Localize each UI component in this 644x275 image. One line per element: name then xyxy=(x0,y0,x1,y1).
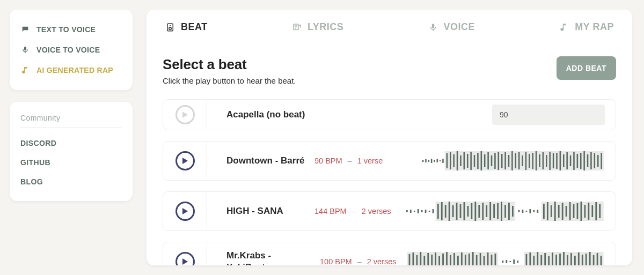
mode-label: TEXT TO VOICE xyxy=(36,25,96,34)
waveform xyxy=(406,199,605,223)
beat-bpm: 100 BPM xyxy=(320,257,352,265)
dash: – xyxy=(348,157,352,165)
beat-name: Downtown - Barré xyxy=(207,142,314,180)
beat-row-downtown[interactable]: Downtown - Barré 90 BPM – 1 verse xyxy=(163,141,616,181)
main: BEAT LYRICS VOICE MY RAP xyxy=(142,0,644,275)
modes-card: TEXT TO VOICE VOICE TO VOICE AI GENERATE… xyxy=(10,10,133,90)
dash: – xyxy=(357,257,362,265)
bpm-input[interactable] xyxy=(492,105,605,125)
wave-cell xyxy=(406,192,616,231)
mode-voice-to-voice[interactable]: VOICE TO VOICE xyxy=(20,40,122,60)
beat-row-high-sana[interactable]: HIGH - SANA 144 BPM – 2 verses xyxy=(163,191,616,231)
play-button-disabled xyxy=(175,105,195,124)
play-cell xyxy=(163,100,207,130)
beat-meta: 144 BPM – 2 verses xyxy=(314,192,406,231)
community-link-blog[interactable]: BLOG xyxy=(20,172,122,191)
tab-label: VOICE xyxy=(444,21,475,33)
add-beat-button[interactable]: ADD BEAT xyxy=(557,56,616,80)
chat-icon xyxy=(20,25,30,34)
header-row: Select a beat Click the play button to h… xyxy=(163,56,616,85)
tab-label: LYRICS xyxy=(308,21,343,33)
svg-rect-4 xyxy=(445,151,604,170)
mic-icon xyxy=(428,22,438,33)
beat-bpm: 144 BPM xyxy=(314,207,347,215)
mic-icon xyxy=(20,45,30,55)
dash: – xyxy=(352,207,356,215)
wave-cell xyxy=(422,142,616,180)
mode-label: AI GENERATED RAP xyxy=(36,66,113,75)
community-link-github[interactable]: GITHUB xyxy=(20,153,122,172)
beat-name: Mr.Krabs - YukiBeats xyxy=(207,242,298,265)
page-subtitle: Click the play button to hear the beat. xyxy=(163,76,296,85)
step-tabs: BEAT LYRICS VOICE MY RAP xyxy=(163,21,616,33)
waveform xyxy=(422,149,605,173)
beat-name: Acapella (no beat) xyxy=(207,100,314,130)
tab-beat[interactable]: BEAT xyxy=(165,21,208,33)
mode-label: VOICE TO VOICE xyxy=(36,46,100,54)
community-card: Community DISCORD GITHUB BLOG xyxy=(10,102,133,201)
mode-ai-generated-rap[interactable]: AI GENERATED RAP xyxy=(20,60,122,80)
tab-label: BEAT xyxy=(181,21,208,33)
play-cell xyxy=(163,192,207,231)
speaker-icon xyxy=(165,22,175,33)
music-note-icon xyxy=(559,22,569,33)
beat-bpm: 90 BPM xyxy=(314,157,342,165)
community-heading: Community xyxy=(20,112,122,128)
play-cell xyxy=(163,142,207,180)
beat-verses: 2 verses xyxy=(367,257,397,265)
beat-verses: 1 verse xyxy=(357,157,383,165)
beat-name: HIGH - SANA xyxy=(207,192,314,231)
tab-label: MY RAP xyxy=(575,21,614,33)
play-button[interactable] xyxy=(175,252,195,265)
beat-verses: 2 verses xyxy=(362,207,391,215)
svg-point-1 xyxy=(170,25,171,26)
music-note-icon xyxy=(20,65,30,75)
play-button[interactable] xyxy=(175,151,195,170)
tab-lyrics[interactable]: LYRICS xyxy=(291,21,343,33)
lyrics-icon xyxy=(291,22,302,33)
tab-my-rap[interactable]: MY RAP xyxy=(559,21,614,33)
waveform xyxy=(406,250,605,265)
header-text: Select a beat Click the play button to h… xyxy=(163,56,296,85)
beat-row-mrkrabs[interactable]: Mr.Krabs - YukiBeats 100 BPM – 2 verses xyxy=(163,242,616,265)
beat-meta: 100 BPM – 2 verses xyxy=(298,242,406,265)
community-link-discord[interactable]: DISCORD xyxy=(20,133,122,153)
panel: BEAT LYRICS VOICE MY RAP xyxy=(147,10,632,265)
beat-meta: 90 BPM – 1 verse xyxy=(314,142,422,180)
play-button[interactable] xyxy=(175,202,195,221)
play-cell xyxy=(163,242,207,265)
svg-point-2 xyxy=(169,27,172,30)
wave-cell xyxy=(314,100,616,130)
page-title: Select a beat xyxy=(163,56,296,73)
beat-list: Acapella (no beat) Downtown - Barré 90 B… xyxy=(163,99,616,265)
mode-text-to-voice[interactable]: TEXT TO VOICE xyxy=(20,19,122,40)
sidebar: TEXT TO VOICE VOICE TO VOICE AI GENERATE… xyxy=(0,0,142,275)
wave-cell xyxy=(406,242,616,265)
tab-voice[interactable]: VOICE xyxy=(428,21,475,33)
beat-row-acapella[interactable]: Acapella (no beat) xyxy=(163,99,616,130)
